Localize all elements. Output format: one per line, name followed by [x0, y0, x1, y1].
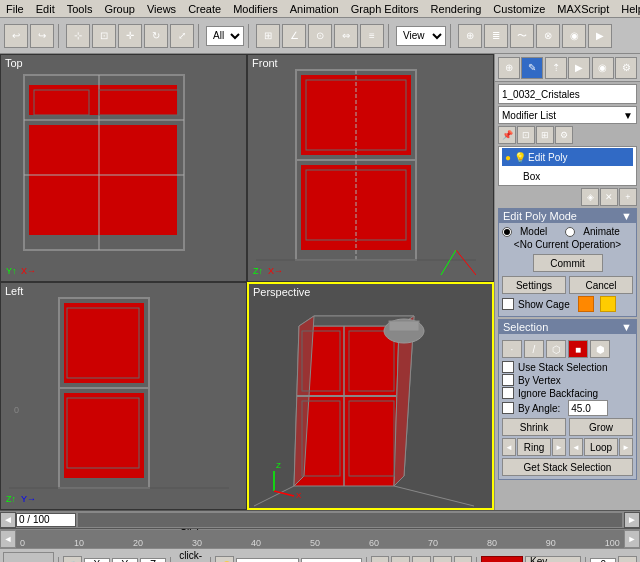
modifier-list-dropdown[interactable]: Modifier List ▼ [498, 106, 637, 124]
viewport-top[interactable]: Top Y↑ X→ [0, 54, 247, 282]
element-icon[interactable]: ⬢ [590, 340, 610, 358]
border-icon[interactable]: ⬡ [546, 340, 566, 358]
menu-create[interactable]: Create [182, 2, 227, 16]
shrink-button[interactable]: Shrink [502, 418, 566, 436]
loop-right-arrow[interactable]: ► [619, 438, 633, 456]
viewport-left[interactable]: Left 0 Z↑ Y→ [0, 282, 247, 510]
display-tab-icon[interactable]: ◉ [592, 57, 614, 79]
ring-right-arrow[interactable]: ► [552, 438, 566, 456]
menu-file[interactable]: File [0, 2, 30, 16]
grow-button[interactable]: Grow [569, 418, 633, 436]
set-key-button[interactable]: Set Key [481, 556, 523, 563]
scale-right-arrow[interactable]: ► [624, 530, 640, 548]
prev-frame-button[interactable]: ◄ [391, 556, 410, 563]
add-modifier-icon[interactable]: + [619, 188, 637, 206]
menu-rendering[interactable]: Rendering [425, 2, 488, 16]
reference-coord-dropdown[interactable]: View [396, 26, 446, 46]
ignore-backfacing-checkbox[interactable] [502, 387, 514, 399]
motion-tab-icon[interactable]: ▶ [568, 57, 590, 79]
commit-button[interactable]: Commit [533, 254, 603, 272]
settings-button[interactable]: Settings [502, 276, 566, 294]
rotate-button[interactable]: ↻ [144, 24, 168, 48]
menu-edit[interactable]: Edit [30, 2, 61, 16]
show-cage-checkbox[interactable] [502, 298, 514, 310]
schematic-button[interactable]: ⊗ [536, 24, 560, 48]
undo-button[interactable]: ↩ [4, 24, 28, 48]
show-end-icon[interactable]: ⊡ [517, 126, 535, 144]
model-radio[interactable] [502, 227, 512, 237]
get-stack-selection-button[interactable]: Get Stack Selection [502, 458, 633, 476]
selected-dropdown[interactable]: Selected [301, 558, 362, 563]
select-region-button[interactable]: ⊡ [92, 24, 116, 48]
scale-button[interactable]: ⤢ [170, 24, 194, 48]
auto-key-dropdown[interactable]: Auto Key [236, 558, 299, 563]
modifier-box[interactable]: Box [502, 167, 633, 185]
by-angle-checkbox[interactable] [502, 402, 514, 414]
menu-views[interactable]: Views [141, 2, 182, 16]
selection-filter-dropdown[interactable]: All [206, 26, 244, 46]
x-coord-field[interactable]: X [84, 558, 110, 563]
layer-manager-button[interactable]: ⊕ [458, 24, 482, 48]
z-coord-field[interactable]: Z [140, 558, 166, 563]
use-stack-checkbox[interactable] [502, 361, 514, 373]
spinner-snap-button[interactable]: ⊙ [308, 24, 332, 48]
configure-icon[interactable]: ⚙ [555, 126, 573, 144]
angle-snap-button[interactable]: ∠ [282, 24, 306, 48]
utilities-tab-icon[interactable]: ⚙ [615, 57, 637, 79]
time-config-icon[interactable]: ⚙ [618, 556, 637, 563]
pin-stack-icon[interactable]: 📌 [498, 126, 516, 144]
menu-group[interactable]: Group [98, 2, 141, 16]
xyz-lock-icon[interactable]: 🔒 [63, 556, 82, 563]
curve-editor-button[interactable]: 〜 [510, 24, 534, 48]
menu-maxscript[interactable]: MAXScript [551, 2, 615, 16]
current-time-field[interactable]: 0 [590, 558, 616, 563]
animate-radio[interactable] [565, 227, 575, 237]
ring-button[interactable]: Ring [517, 438, 551, 456]
object-name-field[interactable]: 1_0032_Cristales [498, 84, 637, 104]
timeline-bar[interactable] [78, 513, 622, 527]
create-tab-icon[interactable]: ⊕ [498, 57, 520, 79]
redo-button[interactable]: ↪ [30, 24, 54, 48]
menu-graph-editors[interactable]: Graph Editors [345, 2, 425, 16]
menu-modifiers[interactable]: Modifiers [227, 2, 284, 16]
edit-poly-mode-header[interactable]: Edit Poly Mode ▼ [499, 209, 636, 223]
selection-header[interactable]: Selection ▼ [499, 320, 636, 334]
cage-color-2[interactable] [600, 296, 616, 312]
select-button[interactable]: ⊹ [66, 24, 90, 48]
menu-animation[interactable]: Animation [284, 2, 345, 16]
menu-customize[interactable]: Customize [487, 2, 551, 16]
hierarchy-tab-icon[interactable]: ⇡ [545, 57, 567, 79]
cancel-button[interactable]: Cancel [569, 276, 633, 294]
menu-tools[interactable]: Tools [61, 2, 99, 16]
remove-modifier-icon[interactable]: ✕ [600, 188, 618, 206]
loop-button[interactable]: Loop [584, 438, 618, 456]
viewport-perspective[interactable]: Perspective [247, 282, 494, 510]
go-start-button[interactable]: ⏮ [371, 556, 390, 563]
mirror-button[interactable]: ⇔ [334, 24, 358, 48]
menu-help[interactable]: Help [615, 2, 640, 16]
key-mode-icon[interactable]: 🔑 [215, 556, 234, 563]
timeline-next-button[interactable]: ► [624, 512, 640, 528]
render-button[interactable]: ▶ [588, 24, 612, 48]
by-vertex-checkbox[interactable] [502, 374, 514, 386]
loop-left-arrow[interactable]: ◄ [569, 438, 583, 456]
align-button[interactable]: ≡ [360, 24, 384, 48]
edge-icon[interactable]: / [524, 340, 544, 358]
key-filters-button[interactable]: Key Filters... [525, 556, 581, 563]
timeline-prev-button[interactable]: ◄ [0, 512, 16, 528]
next-frame-button[interactable]: ► [433, 556, 452, 563]
cage-color-1[interactable] [578, 296, 594, 312]
by-angle-field[interactable] [568, 400, 608, 416]
show-all-icon[interactable]: ⊞ [536, 126, 554, 144]
vertex-icon[interactable]: · [502, 340, 522, 358]
viewport-front[interactable]: Front Z↑ X→ [247, 54, 494, 282]
polygon-icon[interactable]: ■ [568, 340, 588, 358]
scale-left-arrow[interactable]: ◄ [0, 530, 16, 548]
make-unique-icon[interactable]: ◈ [581, 188, 599, 206]
material-editor-button[interactable]: ◉ [562, 24, 586, 48]
modify-tab-icon[interactable]: ✎ [521, 57, 543, 79]
move-button[interactable]: ✛ [118, 24, 142, 48]
ring-left-arrow[interactable]: ◄ [502, 438, 516, 456]
go-end-button[interactable]: ⏭ [454, 556, 473, 563]
modifier-edit-poly[interactable]: ● 💡 Edit Poly [502, 148, 633, 166]
